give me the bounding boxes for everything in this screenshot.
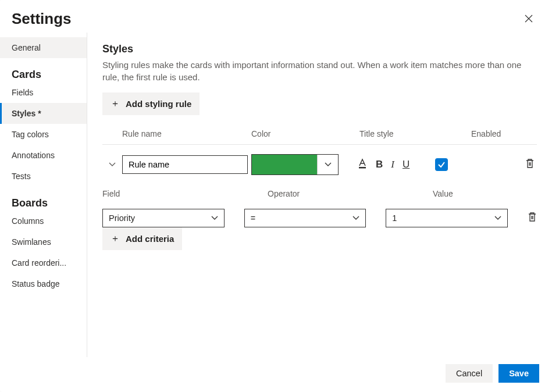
close-icon (525, 15, 533, 23)
criteria-label-field: Field (102, 189, 225, 198)
chevron-down-icon (352, 216, 359, 220)
chevron-down-icon (211, 216, 218, 220)
add-criteria-button[interactable]: ＋ Add criteria (102, 227, 182, 250)
enabled-checkbox[interactable] (435, 158, 448, 171)
delete-rule-button[interactable] (525, 158, 537, 171)
color-picker[interactable] (251, 154, 339, 175)
chevron-down-icon (494, 216, 501, 220)
font-color-button[interactable] (357, 158, 368, 172)
criteria-label-operator: Operator (268, 189, 390, 198)
sidebar-item-columns[interactable]: Columns (0, 211, 87, 231)
section-title: Styles (102, 43, 537, 55)
col-header-enabled: Enabled (471, 129, 537, 138)
save-button[interactable]: Save (498, 364, 539, 383)
rule-name-input[interactable] (122, 155, 248, 174)
color-dropdown-arrow[interactable] (317, 155, 338, 174)
plus-icon: ＋ (111, 233, 120, 245)
sidebar-item-status-badge[interactable]: Status badge (0, 273, 87, 294)
sidebar-item-tests[interactable]: Tests (0, 166, 87, 187)
sidebar-item-fields[interactable]: Fields (0, 82, 87, 103)
sidebar-category-cards: Cards (0, 58, 87, 82)
add-styling-rule-label: Add styling rule (126, 99, 191, 109)
settings-sidebar: General Cards Fields Styles * Tag colors… (0, 33, 87, 357)
sidebar-item-tag-colors[interactable]: Tag colors (0, 124, 87, 145)
criteria-operator-select[interactable]: = (244, 209, 366, 227)
cancel-button[interactable]: Cancel (446, 364, 493, 383)
trash-icon (528, 212, 537, 222)
delete-criteria-button[interactable] (528, 212, 537, 224)
chevron-down-icon (109, 162, 116, 167)
italic-button[interactable]: I (391, 159, 394, 170)
svg-rect-0 (359, 167, 366, 169)
section-description: Styling rules make the cards with import… (102, 59, 537, 83)
sidebar-item-general[interactable]: General (0, 37, 87, 58)
sidebar-item-annotations[interactable]: Annotations (0, 145, 87, 166)
add-criteria-label: Add criteria (126, 234, 174, 244)
font-color-icon (357, 158, 368, 169)
color-swatch (252, 155, 317, 174)
trash-icon (525, 158, 535, 169)
collapse-toggle[interactable] (102, 162, 122, 167)
check-icon (437, 161, 446, 169)
sidebar-category-boards: Boards (0, 187, 87, 211)
col-header-rule-name: Rule name (122, 129, 251, 138)
sidebar-item-swimlanes[interactable]: Swimlanes (0, 231, 87, 252)
add-styling-rule-button[interactable]: ＋ Add styling rule (102, 92, 200, 115)
criteria-value-select[interactable]: 1 (386, 209, 508, 227)
underline-button[interactable]: U (403, 159, 409, 170)
sidebar-item-card-reordering[interactable]: Card reorderi... (0, 252, 87, 273)
settings-title: Settings (12, 10, 72, 28)
criteria-value-value: 1 (392, 213, 397, 223)
sidebar-item-styles[interactable]: Styles * (0, 103, 87, 124)
col-header-color: Color (251, 129, 359, 138)
criteria-label-value: Value (433, 189, 453, 198)
chevron-down-icon (325, 162, 332, 167)
criteria-operator-value: = (251, 213, 255, 223)
bold-button[interactable]: B (376, 159, 383, 170)
plus-icon: ＋ (111, 98, 120, 110)
col-header-title-style: Title style (359, 129, 471, 138)
styling-rule-row: B I U (102, 145, 537, 184)
criteria-field-select[interactable]: Priority (102, 209, 225, 227)
criteria-field-value: Priority (109, 213, 135, 223)
close-button[interactable] (519, 9, 538, 28)
